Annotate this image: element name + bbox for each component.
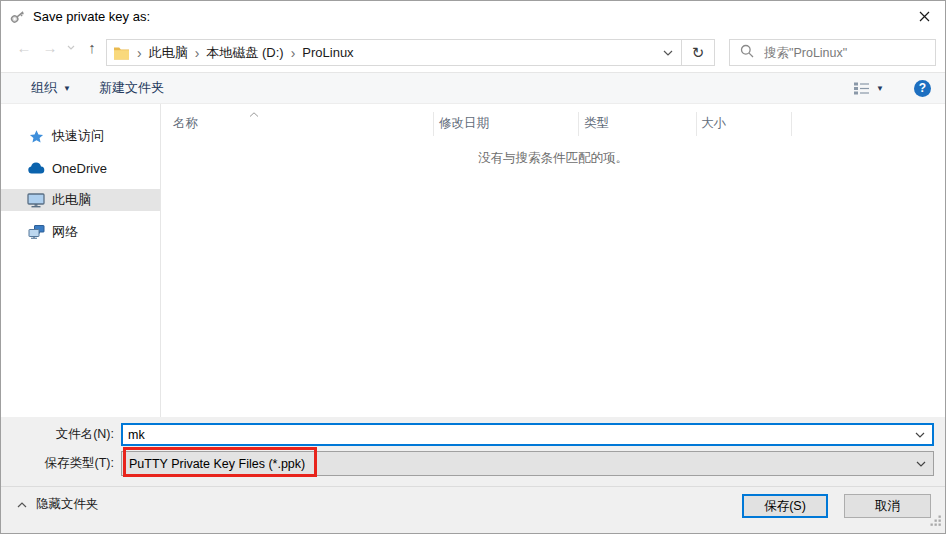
breadcrumb-separator: › bbox=[284, 45, 303, 61]
column-divider[interactable] bbox=[433, 112, 434, 136]
forward-icon[interactable]: → bbox=[37, 39, 63, 56]
column-header-name[interactable]: 名称 bbox=[173, 115, 198, 132]
bottom-panel: 文件名(N): 保存类型(T): PuTTY Private Key Files… bbox=[1, 417, 945, 533]
sidebar-item-network[interactable]: 网络 bbox=[1, 221, 160, 243]
toolbar-right-group: ▼ ? bbox=[853, 80, 931, 97]
column-divider[interactable] bbox=[696, 112, 697, 136]
breadcrumb-local-disk-d[interactable]: 本地磁盘 (D:) bbox=[206, 44, 283, 62]
search-box[interactable] bbox=[729, 39, 936, 66]
sidebar-item-this-pc[interactable]: 此电脑 bbox=[1, 189, 160, 211]
file-list-area[interactable]: 名称 修改日期 类型 大小 没有与搜索条件匹配的项。 bbox=[161, 104, 945, 419]
close-button[interactable] bbox=[903, 1, 945, 31]
save-type-select[interactable]: PuTTY Private Key Files (*.ppk) bbox=[121, 451, 934, 476]
breadcrumb-separator: › bbox=[188, 45, 207, 61]
view-options-button[interactable]: ▼ bbox=[853, 82, 884, 95]
sidebar-item-label: 快速访问 bbox=[52, 127, 104, 145]
hide-folders-label: 隐藏文件夹 bbox=[36, 496, 99, 513]
close-icon bbox=[919, 11, 930, 22]
column-headers: 名称 修改日期 类型 大小 bbox=[161, 110, 945, 136]
navigation-sidebar: 快速访问 OneDrive 此电脑 bbox=[1, 104, 161, 419]
recent-locations-icon[interactable] bbox=[63, 45, 79, 50]
up-icon[interactable]: ↑ bbox=[79, 39, 105, 56]
nav-arrows: ← → ↑ bbox=[11, 39, 105, 56]
column-divider[interactable] bbox=[791, 112, 792, 136]
title-bar: Save private key as: bbox=[1, 1, 945, 31]
save-type-dropdown-icon[interactable] bbox=[909, 452, 933, 475]
folder-icon bbox=[113, 46, 130, 60]
cancel-button[interactable]: 取消 bbox=[844, 494, 931, 518]
new-folder-button[interactable]: 新建文件夹 bbox=[99, 79, 164, 97]
breadcrumb-prolinux[interactable]: ProLinux bbox=[302, 45, 353, 60]
window-title: Save private key as: bbox=[33, 9, 150, 24]
this-pc-icon bbox=[27, 193, 45, 208]
command-toolbar: 组织 ▼ 新建文件夹 ▼ bbox=[1, 72, 945, 104]
save-type-value: PuTTY Private Key Files (*.ppk) bbox=[122, 457, 909, 471]
address-dropdown-icon[interactable] bbox=[655, 40, 681, 65]
organize-label: 组织 bbox=[31, 79, 57, 97]
file-name-dropdown-icon[interactable] bbox=[908, 425, 932, 444]
sidebar-item-label: 网络 bbox=[52, 223, 78, 241]
new-folder-label: 新建文件夹 bbox=[99, 79, 164, 97]
star-icon bbox=[27, 129, 45, 144]
help-icon: ? bbox=[919, 81, 926, 95]
breadcrumb-separator: › bbox=[130, 45, 149, 61]
footer-divider bbox=[1, 486, 945, 487]
key-icon bbox=[9, 8, 26, 25]
back-icon[interactable]: ← bbox=[11, 39, 37, 56]
empty-search-message: 没有与搜索条件匹配的项。 bbox=[161, 150, 945, 167]
hide-folders-button[interactable]: 隐藏文件夹 bbox=[17, 496, 99, 513]
onedrive-cloud-icon bbox=[27, 162, 45, 174]
breadcrumb-this-pc[interactable]: 此电脑 bbox=[149, 44, 188, 62]
search-icon bbox=[740, 44, 754, 61]
refresh-button[interactable]: ↻ bbox=[682, 40, 714, 65]
sidebar-item-label: OneDrive bbox=[52, 161, 107, 176]
file-name-input[interactable] bbox=[123, 428, 908, 442]
save-type-row: 保存类型(T): PuTTY Private Key Files (*.ppk) bbox=[1, 451, 934, 476]
view-caret-icon: ▼ bbox=[876, 84, 884, 93]
organize-caret-icon: ▼ bbox=[63, 84, 71, 93]
file-name-row: 文件名(N): bbox=[1, 423, 934, 446]
save-type-label: 保存类型(T): bbox=[1, 455, 121, 472]
sidebar-item-label: 此电脑 bbox=[52, 191, 91, 209]
file-name-combo bbox=[121, 423, 934, 446]
column-header-date-modified[interactable]: 修改日期 bbox=[439, 115, 489, 132]
address-bar[interactable]: › 此电脑 › 本地磁盘 (D:) › ProLinux ↻ bbox=[106, 39, 715, 66]
save-as-dialog: Save private key as: ← → ↑ › 此电脑 bbox=[0, 0, 946, 534]
main-area: 快速访问 OneDrive 此电脑 bbox=[1, 104, 945, 419]
sidebar-item-quick-access[interactable]: 快速访问 bbox=[1, 125, 160, 147]
help-button[interactable]: ? bbox=[914, 80, 931, 97]
navigation-bar: ← → ↑ › 此电脑 › 本地磁盘 (D:) › ProLinux bbox=[1, 31, 945, 72]
resize-grip[interactable] bbox=[929, 514, 942, 530]
file-name-label: 文件名(N): bbox=[1, 426, 121, 443]
network-icon bbox=[27, 225, 45, 239]
column-header-size[interactable]: 大小 bbox=[701, 115, 726, 132]
refresh-icon: ↻ bbox=[692, 44, 705, 62]
search-input[interactable] bbox=[764, 46, 935, 60]
organize-button[interactable]: 组织 ▼ bbox=[31, 79, 71, 97]
save-button[interactable]: 保存(S) bbox=[742, 494, 828, 518]
column-divider[interactable] bbox=[578, 112, 579, 136]
details-view-icon bbox=[853, 82, 870, 95]
column-header-type[interactable]: 类型 bbox=[584, 115, 609, 132]
sidebar-item-onedrive[interactable]: OneDrive bbox=[1, 157, 160, 179]
chevron-up-icon bbox=[17, 502, 27, 508]
